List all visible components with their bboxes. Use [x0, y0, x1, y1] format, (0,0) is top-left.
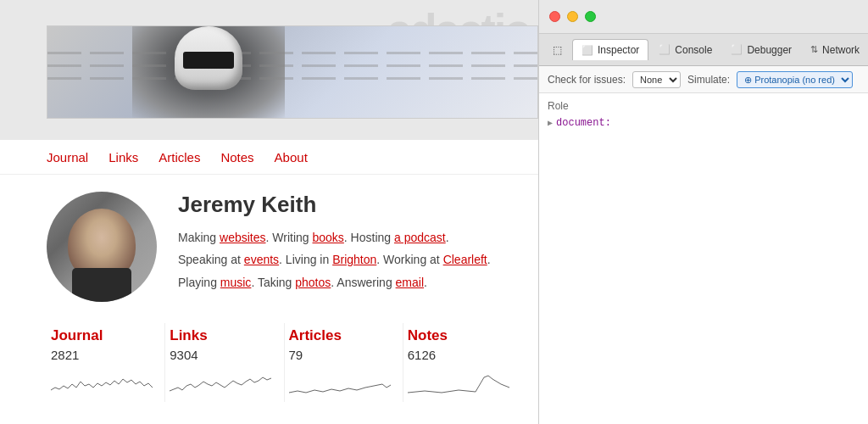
- sparkline-journal: [51, 369, 153, 394]
- tree-item[interactable]: ▶ document:: [548, 117, 860, 129]
- bio-line-2: Speaking at events. Living in Brighton. …: [178, 250, 491, 269]
- console-icon: ⬜: [659, 44, 670, 55]
- role-label: Role: [548, 100, 860, 112]
- nav-journal[interactable]: Journal: [47, 150, 88, 165]
- devtools-tabs: ⬚ ⬜ Inspector ⬜ Console ⬜ Debugger ⇅ Net…: [539, 34, 868, 66]
- stat-articles-label: Articles: [289, 327, 403, 344]
- tab-inspector[interactable]: ⬜ Inspector: [572, 39, 648, 60]
- check-issues-select[interactable]: None: [632, 71, 681, 88]
- banner-image: [47, 25, 538, 119]
- sparkline-articles: [289, 369, 391, 394]
- stat-links-count: 9304: [170, 348, 283, 362]
- bio-line-3: Playing music. Taking photos. Answering …: [178, 273, 491, 292]
- link-clearleft[interactable]: Clearleft: [443, 253, 487, 266]
- picker-icon: ⬚: [553, 44, 562, 56]
- network-icon: ⇅: [810, 44, 818, 55]
- link-podcast[interactable]: a podcast: [394, 231, 446, 244]
- sparkline-links: [170, 369, 271, 394]
- link-music[interactable]: music: [220, 276, 252, 289]
- link-books[interactable]: books: [312, 231, 343, 244]
- stat-articles: Articles 79: [285, 323, 403, 402]
- devtools-titlebar: [539, 0, 868, 34]
- devtools-content: Role ▶ document:: [539, 93, 868, 424]
- bio-line-1: Making websites. Writing books. Hosting …: [178, 228, 491, 247]
- traffic-light-red[interactable]: [549, 11, 560, 22]
- avatar: [47, 192, 157, 302]
- stat-notes-label: Notes: [408, 327, 521, 344]
- stat-notes-count: 6126: [408, 348, 521, 362]
- tree-arrow-icon: ▶: [548, 118, 553, 128]
- main-site: adactio Journal Links Articles Notes Abo…: [0, 0, 538, 424]
- devtools-panel: ⬚ ⬜ Inspector ⬜ Console ⬜ Debugger ⇅ Net…: [538, 0, 868, 424]
- sparkline-notes: [408, 369, 509, 394]
- link-websites[interactable]: websites: [220, 231, 265, 244]
- helmet-graphic: [166, 25, 251, 98]
- stat-journal-label: Journal: [51, 327, 164, 344]
- link-brighton[interactable]: Brighton: [332, 253, 376, 266]
- nav-links[interactable]: Links: [108, 150, 138, 165]
- link-events[interactable]: events: [244, 253, 279, 266]
- stat-journal: Journal 2821: [47, 323, 165, 402]
- stat-notes: Notes 6126: [403, 323, 521, 402]
- tab-console[interactable]: ⬜ Console: [650, 40, 721, 60]
- site-nav: Journal Links Articles Notes About: [0, 140, 538, 175]
- link-email[interactable]: email: [396, 276, 424, 289]
- profile-text: Jeremy Keith Making websites. Writing bo…: [178, 192, 491, 295]
- nav-notes[interactable]: Notes: [220, 150, 253, 165]
- check-issues-label: Check for issues:: [548, 74, 626, 86]
- stat-articles-count: 79: [289, 348, 403, 362]
- tab-picker[interactable]: ⬚: [544, 40, 570, 60]
- stat-journal-count: 2821: [51, 348, 164, 362]
- profile-name: Jeremy Keith: [178, 192, 491, 218]
- site-header: adactio: [0, 0, 538, 140]
- nav-articles[interactable]: Articles: [159, 150, 200, 165]
- traffic-light-green[interactable]: [585, 11, 596, 22]
- debugger-icon: ⬜: [731, 44, 743, 55]
- nav-about[interactable]: About: [275, 150, 308, 165]
- profile-section: Jeremy Keith Making websites. Writing bo…: [47, 192, 521, 302]
- devtools-toolbar: Check for issues: None Simulate: ⊕ Prota…: [539, 66, 868, 93]
- simulate-select[interactable]: ⊕ Protanopia (no red): [737, 71, 853, 88]
- inspector-icon: ⬜: [581, 45, 593, 56]
- stat-links: Links 9304: [165, 323, 284, 402]
- tab-network[interactable]: ⇅ Network: [802, 40, 868, 60]
- stat-links-label: Links: [170, 327, 283, 344]
- tab-debugger[interactable]: ⬜ Debugger: [722, 40, 800, 60]
- site-content: Jeremy Keith Making websites. Writing bo…: [0, 175, 538, 419]
- traffic-light-yellow[interactable]: [567, 11, 578, 22]
- link-photos[interactable]: photos: [295, 276, 331, 289]
- stats-section: Journal 2821 Links 9304 Articles 79: [47, 323, 521, 402]
- tree-tag: document:: [556, 117, 611, 129]
- simulate-label: Simulate:: [687, 74, 730, 86]
